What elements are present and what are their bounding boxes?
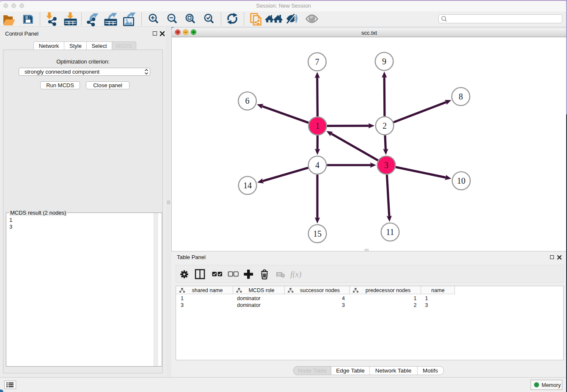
svg-text:dominator: dominator (237, 302, 261, 308)
svg-text:3: 3 (384, 160, 388, 170)
svg-text:15: 15 (313, 229, 322, 238)
svg-text:3: 3 (342, 302, 345, 308)
svg-text:1: 1 (425, 295, 428, 301)
svg-text:predecessor nodes: predecessor nodes (366, 287, 410, 293)
svg-text:14: 14 (243, 181, 252, 190)
svg-text:2: 2 (414, 302, 417, 308)
svg-text:1: 1 (414, 295, 417, 301)
svg-text:name: name (431, 287, 444, 293)
svg-text:6: 6 (245, 96, 250, 105)
svg-text:3: 3 (181, 302, 184, 308)
svg-text:4: 4 (315, 160, 319, 170)
svg-text:MCDS role: MCDS role (248, 287, 274, 293)
svg-text:2: 2 (383, 121, 387, 130)
svg-text:10: 10 (457, 176, 465, 185)
svg-text:shared name: shared name (192, 287, 223, 293)
svg-text:successor nodes: successor nodes (300, 287, 340, 293)
svg-text:4: 4 (342, 295, 345, 301)
svg-text:dominator: dominator (237, 295, 261, 301)
svg-text:3: 3 (425, 302, 428, 308)
svg-text:f(x): f(x) (290, 270, 301, 279)
svg-text:8: 8 (459, 92, 463, 101)
svg-text:1: 1 (316, 121, 320, 130)
svg-text:7: 7 (315, 57, 319, 66)
svg-text:1: 1 (181, 295, 184, 301)
svg-text:11: 11 (386, 227, 394, 237)
svg-text:9: 9 (382, 57, 386, 66)
